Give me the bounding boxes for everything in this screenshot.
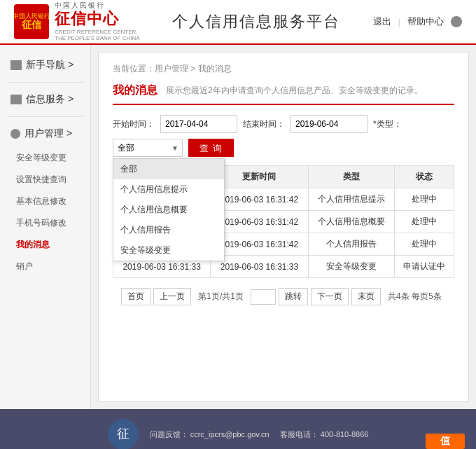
prev-page-btn[interactable]: 上一页 xyxy=(153,288,191,305)
sidebar-item-logout[interactable]: 销户 xyxy=(0,256,90,277)
sidebar-item-my-message[interactable]: 我的消息 xyxy=(0,234,90,256)
dropdown-option-hint[interactable]: 个人信用信息提示 xyxy=(113,179,224,200)
sidebar-item-basic-modify[interactable]: 基本信息修改 xyxy=(0,191,90,212)
start-time-label: 开始时间： xyxy=(113,118,155,130)
logo-en-line1: CREDIT REFERENCE CENTER, xyxy=(55,29,140,36)
sidebar-item-guide[interactable]: 新手导航 > xyxy=(0,52,90,78)
end-time-input[interactable] xyxy=(290,115,368,133)
cell-status: 处理中 xyxy=(394,233,454,256)
sidebar-divider-2 xyxy=(7,116,83,117)
main-layout: 新手导航 > 信息服务 > 用户管理 > 安全等级变更 设置快捷查询 基本信息修… xyxy=(0,45,476,409)
cell-type: 安全等级变更 xyxy=(308,256,394,278)
logout-link[interactable]: 退出 xyxy=(373,15,391,28)
goto-page-btn[interactable]: 跳转 xyxy=(279,288,308,305)
cell-type: 个人信用信息提示 xyxy=(308,188,394,211)
cell-type: 个人信用信息概要 xyxy=(308,211,394,233)
logo-cn-main: 征信中心 xyxy=(55,10,140,28)
footer-logo: 征 xyxy=(108,419,139,449)
cell-type: 个人信用报告 xyxy=(308,233,394,256)
logo-area: 中国人民银行 征信 中国人民银行 征信中心 CREDIT REFERENCE C… xyxy=(14,1,140,42)
sidebar-item-service[interactable]: 信息服务 > xyxy=(0,86,90,113)
dropdown-option-summary[interactable]: 个人信用信息概要 xyxy=(113,200,224,220)
pagination: 首页 上一页 第1页/共1页 跳转 下一页 末页 共4条 每页5条 xyxy=(113,288,454,305)
svg-text:征信: 征信 xyxy=(21,20,42,30)
footer-logo-svg: 征 xyxy=(109,420,137,448)
service-phone: 400-810-8866 xyxy=(321,430,369,438)
dropdown-option-all[interactable]: 全部 xyxy=(113,159,224,179)
cell-update-time: 2019-06-03 16:31:42 xyxy=(211,188,308,211)
header: 中国人民银行 征信 中国人民银行 征信中心 CREDIT REFERENCE C… xyxy=(0,0,476,45)
sidebar-section-user: 用户管理 > 安全等级变更 设置快捷查询 基本信息修改 手机号码修改 我的消息 … xyxy=(0,120,90,277)
type-dropdown: 全部 个人信用信息提示 个人信用信息概要 个人信用报告 安全等级变更 xyxy=(113,158,225,261)
search-button[interactable]: 查 询 xyxy=(188,139,234,157)
service-icon xyxy=(10,95,22,104)
user-icon xyxy=(10,129,20,139)
type-label: *类型： xyxy=(373,118,402,130)
sidebar-guide-label: 新手导航 > xyxy=(26,59,74,71)
sidebar-item-quick-query[interactable]: 设置快捷查询 xyxy=(0,169,90,191)
footer-wrapper: 征 问题反馈： ccrc_ipcrs@pbc.gov.cn 客服电话： 400-… xyxy=(0,409,476,449)
first-page-btn[interactable]: 首页 xyxy=(121,288,150,305)
sidebar-section-service: 信息服务 > xyxy=(0,86,90,113)
page-subtitle: 展示您最近2年内申请查询个人信用信息产品、安全等级变更的记录。 xyxy=(166,85,423,97)
feedback-label: 问题反馈： xyxy=(150,430,188,438)
filter-row: 开始时间： 结束时间： *类型： ▼ 全部 个人信用信息提示 个人信用信息概要 … xyxy=(113,115,454,157)
page-jump-input[interactable] xyxy=(251,289,276,305)
logo-text: 中国人民银行 征信中心 CREDIT REFERENCE CENTER, THE… xyxy=(55,1,140,42)
sidebar: 新手导航 > 信息服务 > 用户管理 > 安全等级变更 设置快捷查询 基本信息修… xyxy=(0,45,91,409)
cell-update-time: 2019-06-03 16:31:33 xyxy=(211,256,308,278)
cell-status: 处理中 xyxy=(394,211,454,233)
total-info: 共4条 每页5条 xyxy=(388,291,442,303)
col-update-time: 更新时间 xyxy=(211,166,308,188)
service-label: 客服电话： xyxy=(280,430,318,438)
col-type: 类型 xyxy=(308,166,394,188)
footer-info: 问题反馈： ccrc_ipcrs@pbc.gov.cn 客服电话： 400-81… xyxy=(150,429,369,440)
logo-cn-top: 中国人民银行 xyxy=(55,1,140,10)
logo-emblem: 中国人民银行 征信 xyxy=(14,4,49,39)
header-icon-help xyxy=(451,16,462,27)
side-logo: 值 xyxy=(426,434,465,449)
feedback-email: ccrc_ipcrs@pbc.gov.cn xyxy=(190,430,270,438)
page-title: 我的消息 xyxy=(113,83,158,98)
guide-icon xyxy=(10,60,22,70)
sidebar-item-user[interactable]: 用户管理 > xyxy=(0,120,90,147)
cell-update-time: 2019-06-03 16:31:42 xyxy=(211,211,308,233)
content-area: 当前位置：用户管理 > 我的消息 我的消息 展示您最近2年内申请查询个人信用信息… xyxy=(98,52,469,402)
svg-text:中国人民银行: 中国人民银行 xyxy=(14,13,49,20)
header-title: 个人信用信息服务平台 xyxy=(140,11,373,32)
footer: 征 问题反馈： ccrc_ipcrs@pbc.gov.cn 客服电话： 400-… xyxy=(0,409,476,449)
header-actions: 退出 | 帮助中心 xyxy=(373,15,462,28)
sidebar-divider-1 xyxy=(7,82,83,83)
sidebar-item-phone-modify[interactable]: 手机号码修改 xyxy=(0,212,90,234)
sidebar-service-label: 信息服务 > xyxy=(26,93,74,106)
cell-status: 申请认证中 xyxy=(394,256,454,278)
header-divider: | xyxy=(398,17,400,27)
dropdown-option-report[interactable]: 个人信用报告 xyxy=(113,220,224,240)
col-status: 状态 xyxy=(394,166,454,188)
end-time-label: 结束时间： xyxy=(243,118,285,130)
next-page-btn[interactable]: 下一页 xyxy=(311,288,349,305)
page-display: 第1页/共1页 xyxy=(198,291,244,303)
breadcrumb: 当前位置：用户管理 > 我的消息 xyxy=(113,63,454,75)
svg-text:征: 征 xyxy=(117,427,130,441)
last-page-btn[interactable]: 末页 xyxy=(351,288,381,305)
page-title-area: 我的消息 展示您最近2年内申请查询个人信用信息产品、安全等级变更的记录。 xyxy=(113,83,454,105)
type-select-input[interactable] xyxy=(113,139,183,157)
type-select-wrapper: ▼ 全部 个人信用信息提示 个人信用信息概要 个人信用报告 安全等级变更 xyxy=(113,139,183,157)
sidebar-item-security-change[interactable]: 安全等级变更 xyxy=(0,147,90,169)
sidebar-user-label: 用户管理 > xyxy=(24,127,72,140)
start-time-input[interactable] xyxy=(160,115,237,133)
cell-status: 处理中 xyxy=(394,188,454,211)
sidebar-section-guide: 新手导航 > xyxy=(0,52,90,78)
dropdown-option-security[interactable]: 安全等级变更 xyxy=(113,240,224,261)
cell-update-time: 2019-06-03 16:31:42 xyxy=(211,233,308,256)
footer-top: 征 问题反馈： ccrc_ipcrs@pbc.gov.cn 客服电话： 400-… xyxy=(14,419,462,449)
logo-en-line2: THE PEOPLE'S BANK OF CHINA xyxy=(55,35,140,42)
side-logo-area: 值 什么值得买 SMZDM.COM xyxy=(426,434,465,449)
help-link[interactable]: 帮助中心 xyxy=(407,15,444,28)
